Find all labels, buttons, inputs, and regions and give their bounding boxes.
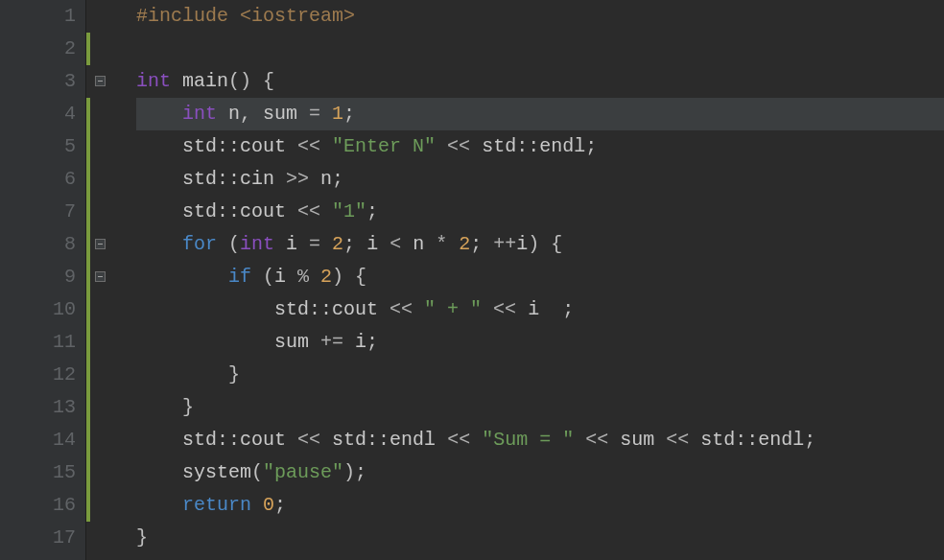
code-token: :: bbox=[217, 135, 240, 157]
line-number: 1 bbox=[0, 0, 76, 33]
code-token: " + " bbox=[424, 298, 482, 320]
code-line[interactable]: } bbox=[136, 359, 944, 391]
code-token: std bbox=[482, 135, 516, 157]
line-number: 15 bbox=[0, 456, 76, 489]
fold-toggle-icon[interactable] bbox=[95, 76, 106, 86]
code-token: std bbox=[182, 135, 217, 157]
code-line[interactable]: int n, sum = 1; bbox=[136, 98, 944, 130]
code-token: :: bbox=[217, 168, 240, 190]
code-line[interactable]: std::cout << "Enter N" << std::endl; bbox=[136, 130, 944, 163]
fold-toggle-icon[interactable] bbox=[95, 271, 106, 282]
code-token: ; bbox=[366, 331, 378, 353]
code-token: 1 bbox=[332, 103, 343, 125]
code-token: endl bbox=[539, 135, 585, 157]
line-number: 5 bbox=[0, 130, 76, 163]
code-token: n bbox=[228, 103, 240, 125]
code-token: << bbox=[482, 298, 528, 320]
code-token: int bbox=[136, 70, 182, 92]
code-token: } bbox=[136, 396, 194, 418]
code-token: << bbox=[574, 429, 620, 451]
code-token: < bbox=[378, 233, 413, 255]
code-token: i bbox=[366, 233, 378, 255]
code-token: :: bbox=[217, 429, 240, 451]
change-marker bbox=[86, 98, 90, 522]
code-token: sum bbox=[274, 331, 309, 353]
code-line[interactable]: for (int i = 2; i < n * 2; ++i) { bbox=[136, 228, 944, 261]
code-line[interactable]: std::cout << " + " << i ; bbox=[136, 293, 944, 326]
code-token: 2 bbox=[332, 233, 343, 255]
code-token bbox=[136, 331, 274, 353]
code-token: std bbox=[332, 429, 366, 451]
code-token: cout bbox=[240, 429, 286, 451]
code-line[interactable]: std::cin >> n; bbox=[136, 163, 944, 196]
line-number: 17 bbox=[0, 522, 76, 554]
code-token: % bbox=[286, 266, 320, 288]
code-token: endl bbox=[389, 429, 436, 451]
code-token: 2 bbox=[320, 266, 332, 288]
code-token: cout bbox=[332, 298, 378, 320]
code-token: = bbox=[297, 103, 332, 125]
code-token: << bbox=[436, 429, 482, 451]
code-token: n bbox=[320, 168, 332, 190]
code-token: i bbox=[516, 233, 528, 255]
code-token bbox=[136, 233, 182, 255]
code-token: ; bbox=[343, 233, 366, 255]
code-line[interactable]: return 0; bbox=[136, 489, 944, 522]
code-token: main bbox=[182, 70, 228, 92]
code-token: >> bbox=[274, 168, 320, 190]
line-number: 6 bbox=[0, 163, 76, 196]
code-token bbox=[136, 135, 182, 157]
code-line[interactable]: system("pause"); bbox=[136, 456, 944, 489]
code-token: std bbox=[182, 200, 217, 222]
code-token: } bbox=[136, 526, 148, 548]
line-number: 2 bbox=[0, 33, 76, 65]
code-token: sum bbox=[620, 429, 654, 451]
code-token: return bbox=[182, 494, 263, 516]
code-line[interactable]: std::cout << "1"; bbox=[136, 196, 944, 228]
code-token: << bbox=[286, 135, 332, 157]
code-token: cout bbox=[240, 135, 286, 157]
code-token: << bbox=[654, 429, 700, 451]
fold-toggle-icon[interactable] bbox=[95, 239, 106, 249]
code-token: n bbox=[413, 233, 424, 255]
code-token: "Sum = " bbox=[482, 429, 574, 451]
line-number-gutter: 1 2 3 4 5 6 7 8 9 10 11 12 13 14 15 16 1… bbox=[0, 0, 86, 560]
code-line[interactable]: int main() { bbox=[136, 65, 944, 98]
code-token: :: bbox=[309, 298, 332, 320]
code-token: :: bbox=[516, 135, 539, 157]
code-token: << bbox=[378, 298, 424, 320]
code-token: i bbox=[286, 233, 297, 255]
code-token: int bbox=[240, 233, 286, 255]
code-token: std bbox=[700, 429, 735, 451]
code-line[interactable]: } bbox=[136, 522, 944, 554]
code-token: ; bbox=[804, 429, 815, 451]
code-token: ( bbox=[228, 233, 240, 255]
code-line[interactable]: #include <iostream> bbox=[136, 0, 944, 33]
code-token: ; bbox=[585, 135, 597, 157]
code-token: 2 bbox=[459, 233, 470, 255]
code-token: if bbox=[228, 266, 263, 288]
code-token bbox=[136, 266, 228, 288]
code-token: ) { bbox=[528, 233, 562, 255]
code-editor[interactable]: 1 2 3 4 5 6 7 8 9 10 11 12 13 14 15 16 1… bbox=[0, 0, 944, 560]
code-token: ++ bbox=[493, 233, 516, 255]
code-token: <iostream> bbox=[240, 5, 355, 27]
code-token: i bbox=[528, 298, 539, 320]
code-token: for bbox=[182, 233, 228, 255]
code-token bbox=[136, 494, 182, 516]
code-line[interactable]: if (i % 2) { bbox=[136, 261, 944, 293]
code-area[interactable]: #include <iostream>int main() { int n, s… bbox=[109, 0, 944, 560]
code-token: std bbox=[182, 168, 217, 190]
code-line[interactable]: sum += i; bbox=[136, 326, 944, 359]
fold-gutter bbox=[92, 0, 109, 560]
code-line[interactable]: std::cout << std::endl << "Sum = " << su… bbox=[136, 424, 944, 456]
code-token: cin bbox=[240, 168, 274, 190]
code-token: system bbox=[182, 461, 251, 483]
code-token: std bbox=[182, 429, 217, 451]
code-token: endl bbox=[758, 429, 804, 451]
code-line[interactable]: } bbox=[136, 391, 944, 424]
code-token bbox=[136, 200, 182, 222]
line-number: 12 bbox=[0, 359, 76, 391]
code-token: += bbox=[309, 331, 355, 353]
code-line[interactable] bbox=[136, 33, 944, 65]
